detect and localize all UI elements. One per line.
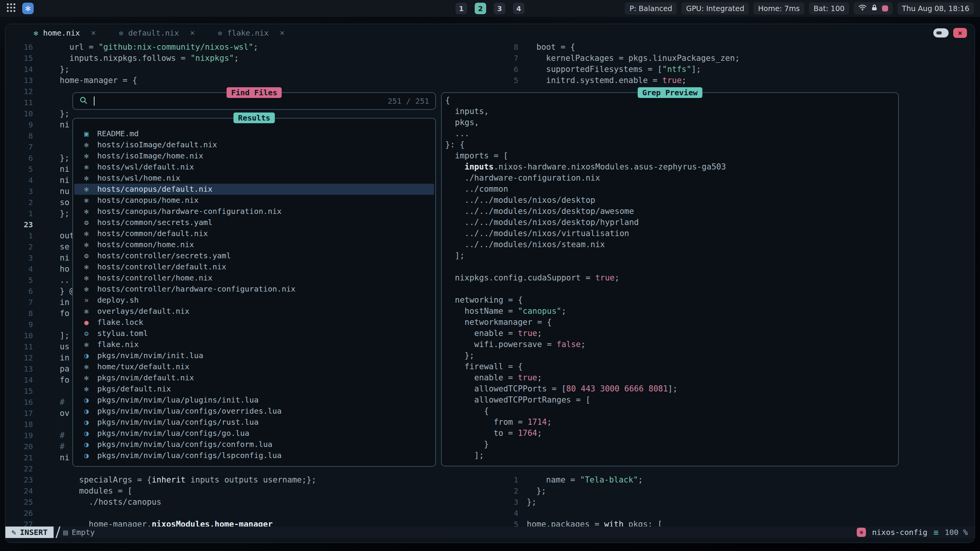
- finder-result-row[interactable]: ✻overlays/default.nix: [74, 306, 434, 317]
- preview-code-line: [445, 261, 897, 272]
- finder-result-label: overlays/default.nix: [97, 306, 189, 317]
- system-tray: [854, 2, 893, 15]
- close-tab-icon[interactable]: ×: [91, 28, 96, 37]
- finder-result-row[interactable]: ◑pkgs/nvim/nvim/init.lua: [74, 350, 434, 361]
- finder-result-row[interactable]: ⚙stylua.toml: [74, 328, 434, 339]
- close-window-button[interactable]: ×: [953, 28, 967, 38]
- terminal-window: ✻ home.nix × ✻ default.nix × ✻ flake.nix…: [5, 24, 975, 543]
- tab-default-nix[interactable]: ✻ default.nix ×: [119, 28, 195, 37]
- result-count: 251 / 251: [388, 96, 429, 106]
- line-number: 7: [5, 142, 33, 153]
- finder-result-row[interactable]: »deploy.sh: [74, 295, 434, 306]
- finder-result-row[interactable]: ◑pkgs/nvim/nvim/lua/configs/lspconfig.lu…: [74, 450, 434, 461]
- finder-result-row[interactable]: ◑pkgs/nvim/nvim/lua/configs/conform.lua: [74, 439, 434, 450]
- project-icon: ✻: [857, 528, 866, 537]
- workspace-4-button[interactable]: 4: [513, 3, 524, 14]
- finder-result-row[interactable]: ✻hosts/controller/hardware-configuration…: [74, 284, 434, 295]
- code-line: 13home-manager = {: [5, 75, 476, 86]
- finder-result-row[interactable]: ◑pkgs/nvim/nvim/lua/plugins/init.lua: [74, 395, 434, 406]
- workspace-1-button[interactable]: 1: [456, 3, 467, 14]
- finder-result-label: hosts/controller/home.nix: [97, 272, 212, 284]
- line-number: 14: [5, 64, 33, 75]
- finder-result-row[interactable]: ◑pkgs/nvim/nvim/lua/configs/go.lua: [74, 428, 434, 439]
- finder-result-row[interactable]: ✻hosts/common/default.nix: [74, 228, 434, 239]
- close-tab-icon[interactable]: ×: [280, 28, 285, 37]
- finder-result-row[interactable]: ◑pkgs/nvim/nvim/lua/configs/rust.lua: [74, 417, 434, 428]
- finder-result-row[interactable]: ✻hosts/canopus/default.nix: [74, 184, 434, 195]
- close-tab-icon[interactable]: ×: [190, 28, 195, 37]
- line-number: 23: [5, 474, 33, 486]
- file-icon: ▤: [63, 528, 68, 537]
- finder-result-label: flake.nix: [97, 339, 139, 350]
- finder-result-row[interactable]: ✻hosts/canopus/home.nix: [74, 195, 434, 206]
- preview-code-line: }: {: [445, 139, 897, 150]
- finder-result-row[interactable]: ✻hosts/controller/default.nix: [74, 261, 434, 272]
- finder-result-row[interactable]: ✻home/tux/default.nix: [74, 361, 434, 372]
- finder-result-row[interactable]: ⚙hosts/common/secrets.yaml: [74, 217, 434, 228]
- wifi-icon[interactable]: [858, 4, 867, 13]
- ping-status: Home: 7ms: [753, 2, 804, 15]
- line-number: 12: [5, 352, 33, 364]
- finder-result-label: README.md: [97, 128, 139, 139]
- workspace-3-button[interactable]: 3: [494, 3, 505, 14]
- finder-result-row[interactable]: ✻hosts/isoImage/default.nix: [74, 139, 434, 150]
- preview-code-line: wifi.powersave = false;: [445, 339, 897, 350]
- finder-result-label: pkgs/nvim/nvim/lua/configs/go.lua: [97, 428, 249, 439]
- tab-flake-nix[interactable]: ✻ flake.nix ×: [218, 28, 284, 37]
- pin-toggle-button[interactable]: [933, 28, 949, 37]
- lock-icon[interactable]: [871, 4, 877, 13]
- app-launcher-icon[interactable]: [6, 3, 16, 14]
- battery-status: Bat: 100: [809, 2, 849, 15]
- finder-result-row[interactable]: ▣README.md: [74, 128, 434, 139]
- line-number: 16: [5, 42, 33, 53]
- editor-right-pane-bottom: 1 name = "Tela-black";2 };3};45home.pack…: [480, 474, 974, 532]
- line-number: 5: [5, 164, 33, 175]
- finder-result-row[interactable]: ◑pkgs/nvim/nvim/lua/configs/overrides.lu…: [74, 406, 434, 417]
- line-number: 13: [5, 75, 33, 86]
- finder-result-row[interactable]: ✻hosts/controller/home.nix: [74, 272, 434, 284]
- nix-file-icon: ✻: [84, 306, 97, 317]
- code-line: 23 specialArgs = {inherit inputs outputs…: [5, 474, 476, 486]
- finder-result-row[interactable]: ⚙hosts/controller/secrets.yaml: [74, 250, 434, 261]
- finder-result-row[interactable]: ✻hosts/wsl/home.nix: [74, 173, 434, 184]
- finder-result-row[interactable]: ✻hosts/wsl/default.nix: [74, 161, 434, 173]
- statusline-separator: [56, 527, 60, 538]
- clock: Thu Aug 08, 18:16: [897, 2, 974, 15]
- line-number: 19: [5, 430, 33, 441]
- finder-result-row[interactable]: ✻pkgs/nvim/default.nix: [74, 372, 434, 383]
- line-number: 2: [5, 197, 33, 208]
- line-number: 8: [5, 130, 33, 142]
- code-line: 4: [480, 508, 974, 519]
- finder-result-label: pkgs/nvim/default.nix: [97, 372, 194, 383]
- preview-code-line: nixpkgs.config.cudaSupport = true;: [445, 272, 897, 284]
- recorder-icon[interactable]: [882, 5, 888, 11]
- nix-logo-badge[interactable]: ✻: [22, 3, 34, 14]
- nix-file-icon: ✻: [84, 206, 97, 217]
- finder-result-row[interactable]: ✻hosts/common/home.nix: [74, 239, 434, 250]
- workspace-2-button[interactable]: 2: [475, 3, 486, 14]
- nix-file-icon: ✻: [84, 372, 97, 383]
- line-number: 11: [5, 97, 33, 108]
- finder-result-row[interactable]: ✻hosts/isoImage/home.nix: [74, 150, 434, 161]
- mode-indicator: ✎ INSERT: [5, 527, 54, 538]
- preview-code-line: from = 1714;: [445, 417, 897, 428]
- nix-file-icon: ✻: [84, 272, 97, 284]
- finder-result-row[interactable]: ✻pkgs/default.nix: [74, 383, 434, 395]
- search-icon: [79, 96, 88, 106]
- grep-preview-title: Grep Preview: [638, 87, 702, 98]
- preview-code-line: allowedTCPPortRanges = [: [445, 395, 897, 406]
- code-line: 24 modules = [: [5, 486, 476, 497]
- finder-result-label: flake.lock: [97, 317, 143, 328]
- preview-code-line: ];: [445, 250, 897, 261]
- code-line: 16 url = "github:nix-community/nixos-wsl…: [5, 42, 476, 53]
- finder-result-row[interactable]: ✻hosts/canopus/hardware-configuration.ni…: [74, 206, 434, 217]
- finder-result-row[interactable]: ✻flake.nix: [74, 339, 434, 350]
- editor-right-pane-top: 8 boot = {7 kernelPackages = pkgs.linuxP…: [480, 42, 974, 91]
- code-line: 1 name = "Tela-black";: [480, 474, 974, 486]
- finder-result-row[interactable]: ●flake.lock: [74, 317, 434, 328]
- tab-home-nix[interactable]: ✻ home.nix ×: [34, 28, 96, 37]
- line-number: 23: [5, 219, 33, 230]
- code-line: 6 supportedFilesystems = ["ntfs"];: [480, 64, 974, 75]
- scroll-percent: 100 %: [945, 528, 968, 537]
- preview-code-line: }: [445, 439, 897, 450]
